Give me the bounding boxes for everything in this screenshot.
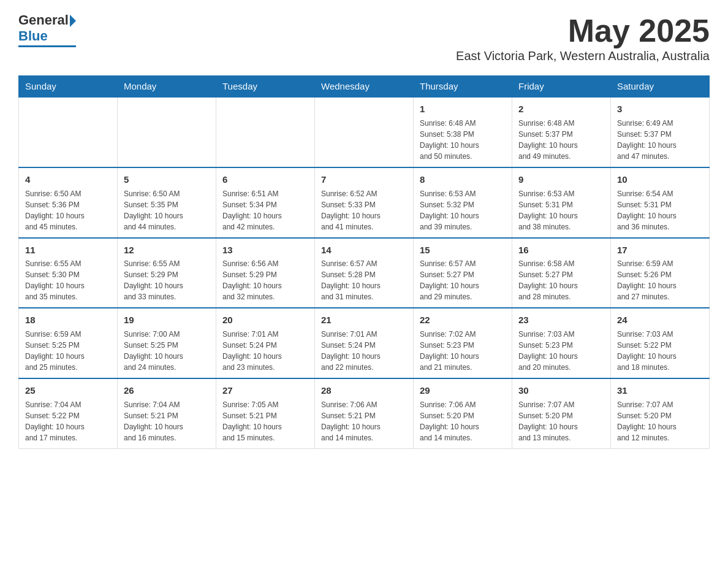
calendar-cell: 1Sunrise: 6:48 AM Sunset: 5:38 PM Daylig… [414,97,512,167]
day-info: Sunrise: 6:48 AM Sunset: 5:38 PM Dayligh… [420,118,506,162]
logo-triangle-icon [70,15,76,27]
day-info: Sunrise: 6:49 AM Sunset: 5:37 PM Dayligh… [617,118,703,162]
day-info: Sunrise: 6:55 AM Sunset: 5:30 PM Dayligh… [25,258,111,302]
day-number: 23 [518,313,604,327]
column-header-sunday: Sunday [19,76,118,98]
calendar-cell: 23Sunrise: 7:03 AM Sunset: 5:23 PM Dayli… [512,308,611,378]
column-header-monday: Monday [118,76,216,98]
day-info: Sunrise: 7:06 AM Sunset: 5:21 PM Dayligh… [321,399,407,443]
day-number: 2 [518,102,604,116]
title-area: May 2025 East Victoria Park, Western Aus… [456,12,710,71]
calendar-cell: 6Sunrise: 6:51 AM Sunset: 5:34 PM Daylig… [216,167,315,238]
day-number: 16 [518,243,604,257]
calendar-cell: 22Sunrise: 7:02 AM Sunset: 5:23 PM Dayli… [414,308,512,378]
day-info: Sunrise: 6:50 AM Sunset: 5:36 PM Dayligh… [25,188,111,232]
day-info: Sunrise: 6:53 AM Sunset: 5:31 PM Dayligh… [518,188,604,232]
day-number: 26 [124,384,210,397]
day-info: Sunrise: 7:07 AM Sunset: 5:20 PM Dayligh… [617,399,703,443]
day-number: 12 [124,243,210,257]
column-header-thursday: Thursday [414,76,512,98]
day-number: 4 [25,173,111,186]
calendar-cell: 26Sunrise: 7:04 AM Sunset: 5:21 PM Dayli… [118,378,216,448]
day-number: 25 [25,384,111,397]
calendar-cell: 16Sunrise: 6:58 AM Sunset: 5:27 PM Dayli… [512,238,611,308]
day-info: Sunrise: 7:05 AM Sunset: 5:21 PM Dayligh… [222,399,308,443]
logo-general-text: General [18,12,69,28]
day-info: Sunrise: 6:59 AM Sunset: 5:26 PM Dayligh… [617,258,703,302]
calendar-cell: 29Sunrise: 7:06 AM Sunset: 5:20 PM Dayli… [414,378,512,448]
calendar-cell: 25Sunrise: 7:04 AM Sunset: 5:22 PM Dayli… [19,378,118,448]
calendar-cell: 2Sunrise: 6:48 AM Sunset: 5:37 PM Daylig… [512,97,611,167]
calendar-cell: 19Sunrise: 7:00 AM Sunset: 5:25 PM Dayli… [118,308,216,378]
calendar-cell: 28Sunrise: 7:06 AM Sunset: 5:21 PM Dayli… [315,378,414,448]
day-number: 6 [222,173,308,186]
day-number: 14 [321,243,407,257]
day-number: 9 [518,173,604,186]
day-info: Sunrise: 7:02 AM Sunset: 5:23 PM Dayligh… [420,329,506,373]
logo: General Blue [18,12,76,47]
day-number: 24 [617,313,703,327]
day-info: Sunrise: 7:04 AM Sunset: 5:22 PM Dayligh… [25,399,111,443]
calendar-cell: 17Sunrise: 6:59 AM Sunset: 5:26 PM Dayli… [611,238,710,308]
header: General Blue May 2025 East Victoria Park… [18,12,710,71]
logo-underline [18,45,76,47]
calendar-cell: 10Sunrise: 6:54 AM Sunset: 5:31 PM Dayli… [611,167,710,238]
day-info: Sunrise: 6:57 AM Sunset: 5:28 PM Dayligh… [321,258,407,302]
day-info: Sunrise: 6:54 AM Sunset: 5:31 PM Dayligh… [617,188,703,232]
day-number: 13 [222,243,308,257]
calendar-cell: 31Sunrise: 7:07 AM Sunset: 5:20 PM Dayli… [611,378,710,448]
logo-blue-text: Blue [18,28,48,44]
calendar-cell: 5Sunrise: 6:50 AM Sunset: 5:35 PM Daylig… [118,167,216,238]
calendar-cell: 3Sunrise: 6:49 AM Sunset: 5:37 PM Daylig… [611,97,710,167]
calendar-week-row: 1Sunrise: 6:48 AM Sunset: 5:38 PM Daylig… [19,97,710,167]
day-info: Sunrise: 6:53 AM Sunset: 5:32 PM Dayligh… [420,188,506,232]
calendar-cell: 20Sunrise: 7:01 AM Sunset: 5:24 PM Dayli… [216,308,315,378]
column-header-tuesday: Tuesday [216,76,315,98]
calendar-cell: 12Sunrise: 6:55 AM Sunset: 5:29 PM Dayli… [118,238,216,308]
calendar-cell: 21Sunrise: 7:01 AM Sunset: 5:24 PM Dayli… [315,308,414,378]
column-header-wednesday: Wednesday [315,76,414,98]
day-info: Sunrise: 7:03 AM Sunset: 5:22 PM Dayligh… [617,329,703,373]
day-info: Sunrise: 6:51 AM Sunset: 5:34 PM Dayligh… [222,188,308,232]
day-number: 5 [124,173,210,186]
day-number: 27 [222,384,308,397]
calendar-cell: 13Sunrise: 6:56 AM Sunset: 5:29 PM Dayli… [216,238,315,308]
calendar-cell [118,97,216,167]
day-number: 22 [420,313,506,327]
calendar-cell: 24Sunrise: 7:03 AM Sunset: 5:22 PM Dayli… [611,308,710,378]
day-number: 10 [617,173,703,186]
day-number: 31 [617,384,703,397]
day-info: Sunrise: 7:01 AM Sunset: 5:24 PM Dayligh… [222,329,308,373]
calendar-week-row: 25Sunrise: 7:04 AM Sunset: 5:22 PM Dayli… [19,378,710,448]
day-number: 1 [420,102,506,116]
day-number: 29 [420,384,506,397]
day-number: 21 [321,313,407,327]
day-number: 30 [518,384,604,397]
calendar-cell: 8Sunrise: 6:53 AM Sunset: 5:32 PM Daylig… [414,167,512,238]
day-number: 28 [321,384,407,397]
calendar-table: SundayMondayTuesdayWednesdayThursdayFrid… [18,75,710,449]
calendar-cell: 4Sunrise: 6:50 AM Sunset: 5:36 PM Daylig… [19,167,118,238]
calendar-cell: 18Sunrise: 6:59 AM Sunset: 5:25 PM Dayli… [19,308,118,378]
calendar-cell [315,97,414,167]
day-info: Sunrise: 6:59 AM Sunset: 5:25 PM Dayligh… [25,329,111,373]
calendar-cell: 30Sunrise: 7:07 AM Sunset: 5:20 PM Dayli… [512,378,611,448]
day-info: Sunrise: 6:52 AM Sunset: 5:33 PM Dayligh… [321,188,407,232]
day-number: 19 [124,313,210,327]
calendar-cell: 7Sunrise: 6:52 AM Sunset: 5:33 PM Daylig… [315,167,414,238]
day-number: 7 [321,173,407,186]
calendar-week-row: 11Sunrise: 6:55 AM Sunset: 5:30 PM Dayli… [19,238,710,308]
day-info: Sunrise: 7:00 AM Sunset: 5:25 PM Dayligh… [124,329,210,373]
calendar-cell: 27Sunrise: 7:05 AM Sunset: 5:21 PM Dayli… [216,378,315,448]
day-number: 15 [420,243,506,257]
calendar-header-row: SundayMondayTuesdayWednesdayThursdayFrid… [19,76,710,98]
month-title: May 2025 [456,12,710,49]
day-info: Sunrise: 7:07 AM Sunset: 5:20 PM Dayligh… [518,399,604,443]
calendar-cell [216,97,315,167]
calendar-cell: 9Sunrise: 6:53 AM Sunset: 5:31 PM Daylig… [512,167,611,238]
calendar-cell [19,97,118,167]
day-info: Sunrise: 7:06 AM Sunset: 5:20 PM Dayligh… [420,399,506,443]
calendar-cell: 14Sunrise: 6:57 AM Sunset: 5:28 PM Dayli… [315,238,414,308]
day-number: 11 [25,243,111,257]
calendar-week-row: 4Sunrise: 6:50 AM Sunset: 5:36 PM Daylig… [19,167,710,238]
